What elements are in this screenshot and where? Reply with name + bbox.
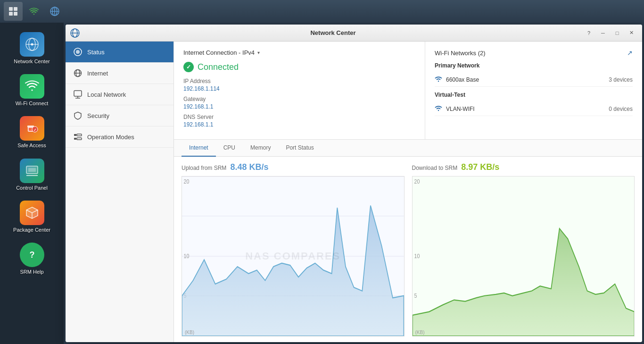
svg-rect-0 xyxy=(9,7,13,11)
primary-network-row: 6600ax Base 3 devices xyxy=(435,73,633,87)
virtual-network-name: VLAN-WIFI xyxy=(446,106,475,112)
window-title: Network Center xyxy=(83,29,583,36)
taskbar-network-icon[interactable] xyxy=(45,2,64,21)
local-network-nav-icon xyxy=(73,90,83,99)
svg-point-11 xyxy=(31,43,33,46)
dns-value[interactable]: 192.168.1.1 xyxy=(183,121,415,128)
svg-rect-33 xyxy=(74,134,76,136)
svg-rect-36 xyxy=(77,138,82,140)
connection-status: ✓ Connected xyxy=(183,62,415,72)
download-chart-svg: 20 10 5 xyxy=(413,176,635,336)
help-button[interactable]: ? xyxy=(583,28,595,38)
primary-network-name: 6600ax Base xyxy=(446,76,479,83)
top-panels: Internet Connection - IPv4 ▾ ✓ Connected… xyxy=(174,42,642,140)
upload-unit-label: (KB) xyxy=(185,330,194,335)
package-center-icon xyxy=(20,201,44,225)
svg-marker-45 xyxy=(182,206,404,336)
wifi-connect-icon xyxy=(20,74,44,99)
header-dropdown-arrow[interactable]: ▾ xyxy=(257,50,260,55)
security-nav-icon xyxy=(73,111,83,120)
nav-item-local-network[interactable]: Local Network xyxy=(66,84,173,105)
srm-help-icon: ? xyxy=(20,243,44,267)
nav-item-security[interactable]: Security xyxy=(66,105,173,126)
upload-speed: 8.48 KB/s xyxy=(230,162,268,172)
control-panel-icon xyxy=(20,159,44,183)
internet-panel-header: Internet Connection - IPv4 ▾ xyxy=(183,49,415,56)
nav-item-operation-modes[interactable]: Operation Modes xyxy=(66,126,173,148)
status-nav-icon xyxy=(73,47,83,57)
download-unit-label: (KB) xyxy=(415,330,425,335)
connected-checkmark-icon: ✓ xyxy=(183,62,194,72)
virtual-network-title: Virtual-Test xyxy=(435,92,633,98)
window-body: Status Internet xyxy=(66,42,642,342)
wifi-panel: Wi-Fi Networks (2) ↗ Primary Network xyxy=(425,42,642,139)
svg-point-26 xyxy=(76,50,80,54)
nav-label-local-network: Local Network xyxy=(87,91,126,98)
ip-address-row: IP Address 192.168.1.114 xyxy=(183,78,415,92)
expand-icon[interactable]: ↗ xyxy=(627,49,633,57)
primary-network-devices: 3 devices xyxy=(609,76,633,83)
sidebar-item-srm-help[interactable]: ? SRM Help xyxy=(4,239,60,279)
tab-port-status[interactable]: Port Status xyxy=(278,140,321,157)
primary-network-title: Primary Network xyxy=(435,62,633,69)
sidebar-item-wifi-connect[interactable]: Wi-Fi Connect xyxy=(4,70,60,110)
network-center-label: Network Center xyxy=(14,59,50,65)
nav-item-internet[interactable]: Internet xyxy=(66,63,173,84)
taskbar xyxy=(0,0,644,23)
svg-text:20: 20 xyxy=(184,178,190,185)
svg-rect-19 xyxy=(28,168,36,172)
tab-cpu[interactable]: CPU xyxy=(216,140,243,157)
sidebar-item-network-center[interactable]: Network Center xyxy=(4,28,60,68)
download-label: Download to SRM xyxy=(412,165,458,171)
virtual-network-row: VLAN-WIFI 0 devices xyxy=(435,102,633,116)
svg-rect-2 xyxy=(9,12,13,16)
upload-chart-svg-container: NAS COMPARES 20 xyxy=(182,176,405,336)
internet-connection-label: Internet Connection - IPv4 xyxy=(183,49,255,56)
taskbar-apps-icon[interactable] xyxy=(4,2,23,21)
minimize-button[interactable]: ─ xyxy=(597,28,609,38)
primary-network-left: 6600ax Base xyxy=(435,76,479,84)
nav-label-status: Status xyxy=(87,49,105,56)
primary-network-section: Primary Network xyxy=(435,62,633,87)
close-button[interactable]: ✕ xyxy=(625,28,637,38)
svg-rect-3 xyxy=(14,12,17,16)
svg-rect-35 xyxy=(74,138,76,140)
wifi-connect-label: Wi-Fi Connect xyxy=(16,101,49,107)
gateway-label: Gateway xyxy=(183,96,415,102)
charts-area: Internet CPU Memory Port Status Upload f… xyxy=(174,140,642,342)
upload-chart-box: Upload from SRM 8.48 KB/s NAS COMPARES xyxy=(182,162,405,336)
gateway-row: Gateway 192.168.1.1 xyxy=(183,96,415,110)
maximize-button[interactable]: □ xyxy=(611,28,623,38)
safe-access-icon: ✓ xyxy=(20,116,44,141)
nav-label-security: Security xyxy=(87,112,109,119)
upload-label: Upload from SRM xyxy=(182,165,226,171)
upload-chart-svg: 20 10 5 xyxy=(182,176,404,336)
svg-rect-1 xyxy=(14,7,17,11)
nav-item-status[interactable]: Status xyxy=(66,42,173,63)
ip-address-label: IP Address xyxy=(183,78,415,84)
svg-text:20: 20 xyxy=(414,178,420,185)
srm-help-label: SRM Help xyxy=(20,269,43,275)
internet-panel: Internet Connection - IPv4 ▾ ✓ Connected… xyxy=(174,42,425,139)
svg-text:?: ? xyxy=(29,250,34,260)
tab-memory[interactable]: Memory xyxy=(243,140,278,157)
taskbar-wifi-icon[interactable] xyxy=(25,2,43,21)
download-chart-svg-container: 20 10 5 xyxy=(412,176,635,336)
download-chart-header: Download to SRM 8.97 KB/s xyxy=(412,162,635,172)
svg-marker-54 xyxy=(413,228,635,336)
dns-label: DNS Server xyxy=(183,114,415,120)
sidebar-item-control-panel[interactable]: Control Panel xyxy=(4,155,60,195)
svg-text:10: 10 xyxy=(414,252,420,260)
package-center-label: Package Center xyxy=(13,227,50,233)
upload-chart-header: Upload from SRM 8.48 KB/s xyxy=(182,162,405,172)
tab-internet[interactable]: Internet xyxy=(182,140,216,157)
gateway-value[interactable]: 192.168.1.1 xyxy=(183,103,415,110)
svg-rect-30 xyxy=(74,91,82,96)
connected-text: Connected xyxy=(198,62,239,72)
content-area: Internet Connection - IPv4 ▾ ✓ Connected… xyxy=(174,42,642,342)
virtual-network-section: Virtual-Test xyxy=(435,92,633,116)
svg-text:✓: ✓ xyxy=(33,128,36,132)
sidebar-item-safe-access[interactable]: ✓ Safe Access xyxy=(4,112,60,152)
ip-address-value[interactable]: 192.168.1.114 xyxy=(183,85,415,92)
sidebar-item-package-center[interactable]: Package Center xyxy=(4,197,60,237)
